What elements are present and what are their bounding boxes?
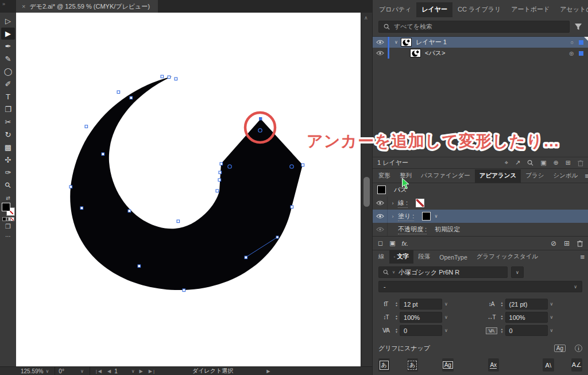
pen-tool[interactable]: ✒ <box>1 40 15 52</box>
gradient-tool[interactable]: ▩ <box>1 141 15 153</box>
direct-selection-tool[interactable]: ▶ <box>1 28 15 40</box>
font-family-input[interactable]: ∨ 小塚ゴシック Pr6N R <box>378 266 508 278</box>
collect-for-export-icon[interactable]: ↗ <box>515 159 520 167</box>
blend-tool[interactable]: ✣ <box>1 154 15 166</box>
tab-appearance[interactable]: アピアランス <box>475 169 521 183</box>
layer-thumbnail[interactable] <box>401 38 412 47</box>
snap-baseline-button[interactable]: Ax <box>488 358 500 372</box>
tab-stroke[interactable]: 線 <box>374 250 389 264</box>
chevron-right-icon[interactable]: › <box>388 200 398 206</box>
tab-layers[interactable]: レイヤー <box>416 2 452 17</box>
ellipse-tool[interactable]: ◯ <box>1 65 15 78</box>
locate-object-icon[interactable]: ⌖ <box>505 159 508 167</box>
font-size-stepper[interactable]: ▴▾ <box>396 301 397 307</box>
last-page-icon[interactable]: ▶| <box>149 369 156 374</box>
tab-brushes[interactable]: ブラシ <box>521 169 548 183</box>
glyph-guides-icon[interactable]: Ag <box>554 345 566 352</box>
font-family-dropdown-icon[interactable]: ∨ <box>511 266 524 278</box>
path-thumbnail[interactable] <box>410 49 421 57</box>
dock-collapse-icon[interactable]: » <box>0 0 16 13</box>
zoom-level[interactable]: 125.59% <box>21 368 43 374</box>
paintbrush-tool[interactable]: ✐ <box>1 78 15 90</box>
horizontal-scale-stepper[interactable]: ▴▾ <box>501 315 503 320</box>
tab-pathfinder[interactable]: パスファインダー <box>416 169 475 183</box>
rotation-value[interactable]: 0° <box>59 368 64 374</box>
fill-stroke-indicator[interactable] <box>2 203 14 215</box>
vertical-scale-stepper[interactable]: ▴▾ <box>396 315 397 320</box>
character-menu-icon[interactable]: ≡ <box>578 253 587 264</box>
clear-appearance-icon[interactable]: ⊘ <box>551 239 556 248</box>
type-tool[interactable]: T <box>1 91 15 103</box>
snap-glyph-bounds-button[interactable]: あ <box>407 358 419 372</box>
add-fill-icon[interactable]: ▣ <box>389 239 395 247</box>
canvas-vertical-scrollbar[interactable]: ∧ <box>361 13 372 366</box>
status-expand-icon[interactable]: ▶ <box>266 369 270 374</box>
filter-icon[interactable] <box>574 23 582 30</box>
font-style-select[interactable]: - ∨ <box>378 281 582 292</box>
tab-opentype[interactable]: OpenType <box>435 252 471 264</box>
layer-name[interactable]: レイヤー 1 <box>416 38 447 47</box>
duplicate-item-icon[interactable]: ⊞ <box>564 239 570 248</box>
visibility-eye-icon[interactable] <box>373 48 388 59</box>
zoom-tool[interactable]: ⚲ <box>1 179 15 191</box>
vertical-scale-input[interactable]: 100% <box>400 312 442 323</box>
chevron-down-icon[interactable]: ∨ <box>392 40 401 45</box>
add-effect-icon[interactable]: fx. <box>402 240 409 247</box>
tab-symbols[interactable]: シンボル <box>548 169 582 183</box>
info-icon[interactable]: i <box>575 345 582 352</box>
draw-mode-icon[interactable]: ❐ <box>5 223 11 230</box>
kerning-input[interactable]: 0 <box>400 325 442 336</box>
stroke-eye-icon[interactable] <box>373 196 388 210</box>
kerning-dropdown-icon[interactable]: ∨ <box>444 328 448 333</box>
leading-input[interactable]: (21 pt) <box>505 299 548 310</box>
fill-eye-icon[interactable] <box>373 210 388 223</box>
leading-dropdown-icon[interactable]: ∨ <box>550 301 554 307</box>
horizontal-scale-input[interactable]: 100% <box>505 312 548 323</box>
fill-label[interactable]: 塗り : <box>398 212 414 221</box>
rotate-tool[interactable]: ↻ <box>1 129 15 141</box>
rotation-dropdown-icon[interactable]: ∨ <box>80 369 84 374</box>
tracking-dropdown-icon[interactable]: ∨ <box>550 328 554 333</box>
add-stroke-icon[interactable]: ◻ <box>378 239 383 247</box>
tracking-stepper[interactable]: ▴▾ <box>501 328 503 334</box>
search-layers-icon[interactable] <box>527 160 533 166</box>
leading-stepper[interactable]: ▴▾ <box>501 301 503 307</box>
target-circle-icon[interactable]: ○ <box>571 40 574 45</box>
scrollbar-thumb[interactable] <box>363 177 370 207</box>
opacity-value[interactable]: 初期設定 <box>435 225 460 234</box>
font-size-input[interactable]: 12 pt <box>400 299 442 310</box>
appearance-menu-icon[interactable]: ≡ <box>582 172 588 183</box>
search-input[interactable]: すべてを検索 <box>378 21 570 33</box>
opacity-row[interactable]: 不透明度 : 初期設定 <box>373 223 588 236</box>
layer-row-path[interactable]: <パス> ◎ <box>373 48 588 59</box>
make-clipping-mask-icon[interactable]: ▣ <box>540 159 546 167</box>
snap-em-box-button[interactable]: あ <box>378 358 390 372</box>
prev-page-icon[interactable]: ◀ <box>107 369 112 374</box>
target-double-circle-icon[interactable]: ◎ <box>569 51 574 56</box>
scissors-tool[interactable]: ✂ <box>1 116 15 128</box>
snap-anchor-point-button[interactable]: A∠ <box>571 358 583 372</box>
fill-row[interactable]: › 塗り : ∨ <box>373 210 588 223</box>
free-transform-tool[interactable]: ❐ <box>1 103 15 115</box>
eyedropper-tool[interactable]: ✑ <box>1 167 15 179</box>
opacity-eye-icon[interactable] <box>373 223 388 236</box>
artboard-dropdown-icon[interactable]: ∨ <box>131 369 135 374</box>
curvature-tool[interactable]: ✎ <box>1 53 15 65</box>
tab-properties[interactable]: プロパティ <box>374 2 416 17</box>
artboard-canvas[interactable] <box>16 13 361 366</box>
selection-square[interactable] <box>579 51 583 56</box>
kerning-stepper[interactable]: ▴▾ <box>396 328 397 334</box>
fill-dropdown-icon[interactable]: ∨ <box>434 214 438 219</box>
path-name[interactable]: <パス> <box>425 49 445 57</box>
zoom-dropdown-icon[interactable]: ∨ <box>45 369 49 374</box>
delete-layer-icon[interactable] <box>578 160 583 167</box>
horizontal-scale-dropdown-icon[interactable]: ∨ <box>550 315 554 320</box>
selection-square[interactable] <box>579 40 583 45</box>
tab-cc-libraries[interactable]: CC ライブラリ <box>452 2 506 17</box>
next-page-icon[interactable]: ▶ <box>140 369 144 374</box>
fill-color-swatch[interactable] <box>2 203 10 211</box>
tab-paragraph[interactable]: 段落 <box>413 250 435 264</box>
close-tab-icon[interactable]: × <box>22 3 25 10</box>
stroke-none-swatch[interactable] <box>416 199 424 207</box>
snap-font-height-button[interactable]: Ag <box>442 358 454 372</box>
